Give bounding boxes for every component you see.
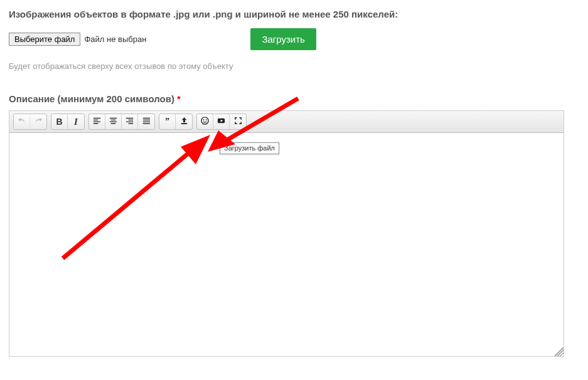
align-left-icon bbox=[92, 116, 102, 127]
toolbar-group-history bbox=[13, 113, 47, 130]
blockquote-button[interactable]: ” bbox=[159, 114, 176, 129]
undo-icon bbox=[17, 116, 26, 127]
svg-marker-8 bbox=[181, 135, 210, 164]
editor-content-area[interactable]: Загрузить файл bbox=[9, 133, 564, 356]
upload-icon bbox=[179, 116, 189, 127]
annotation-arrow-bottom bbox=[56, 127, 220, 265]
rich-text-editor: B I bbox=[9, 110, 564, 357]
editor-toolbar: B I bbox=[9, 111, 564, 133]
align-justify-button[interactable] bbox=[138, 114, 154, 129]
redo-button[interactable] bbox=[30, 114, 46, 129]
bold-icon: B bbox=[56, 117, 62, 127]
quote-icon: ” bbox=[165, 117, 169, 127]
align-center-icon bbox=[109, 116, 118, 127]
align-right-icon bbox=[125, 116, 134, 127]
description-label: Описание (минимум 200 символов) * bbox=[9, 93, 579, 104]
svg-line-7 bbox=[63, 145, 198, 258]
italic-icon: I bbox=[74, 117, 78, 127]
video-icon bbox=[216, 116, 226, 127]
description-label-text: Описание (минимум 200 символов) bbox=[9, 93, 174, 104]
align-right-button[interactable] bbox=[122, 114, 138, 129]
images-heading: Изображения объектов в формате .jpg или … bbox=[9, 9, 579, 19]
bold-button[interactable]: B bbox=[51, 114, 68, 129]
choose-file-button[interactable]: Выберите файл bbox=[9, 33, 80, 46]
redo-icon bbox=[34, 116, 43, 127]
toolbar-group-format: B I bbox=[51, 113, 85, 130]
upload-hint: Будет отображаться сверху всех отзывов п… bbox=[9, 61, 579, 71]
file-upload-row: Выберите файл Файл не выбран Загрузить bbox=[9, 28, 579, 50]
toolbar-group-insert: ” bbox=[159, 113, 193, 130]
align-left-button[interactable] bbox=[89, 114, 105, 129]
required-asterisk: * bbox=[177, 93, 181, 104]
italic-button[interactable]: I bbox=[68, 114, 84, 129]
video-button[interactable] bbox=[213, 114, 230, 129]
toolbar-group-align bbox=[88, 113, 155, 130]
emoji-button[interactable] bbox=[197, 114, 213, 129]
undo-button[interactable] bbox=[14, 114, 30, 129]
align-center-button[interactable] bbox=[105, 114, 122, 129]
align-justify-icon bbox=[142, 116, 151, 127]
svg-point-3 bbox=[206, 119, 207, 120]
svg-rect-0 bbox=[181, 123, 186, 124]
file-status-text: Файл не выбран bbox=[84, 34, 247, 44]
upload-file-button[interactable] bbox=[176, 114, 192, 129]
fullscreen-button[interactable] bbox=[230, 114, 246, 129]
upload-button[interactable]: Загрузить bbox=[250, 28, 316, 50]
svg-point-2 bbox=[203, 119, 204, 120]
fullscreen-icon bbox=[233, 116, 243, 127]
emoji-icon bbox=[200, 116, 210, 127]
toolbar-group-media bbox=[196, 113, 247, 130]
upload-tooltip: Загрузить файл bbox=[220, 142, 279, 154]
svg-point-1 bbox=[201, 117, 208, 124]
